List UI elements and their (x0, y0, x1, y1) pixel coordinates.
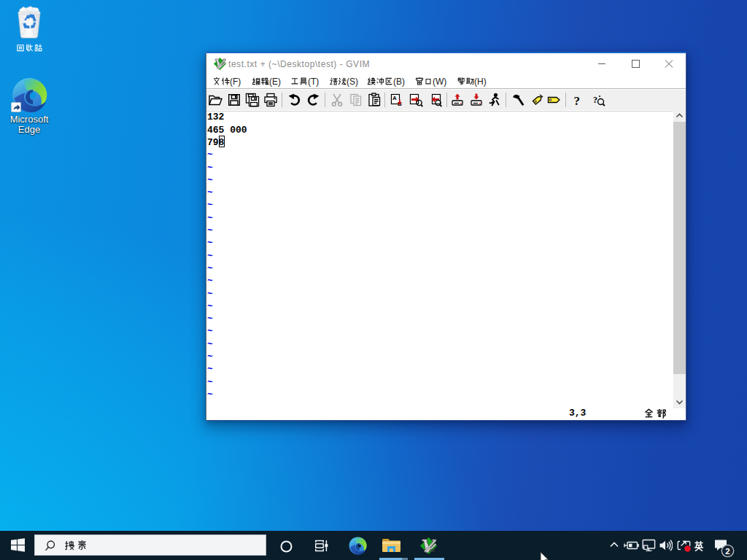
svg-text:im: im (429, 548, 435, 553)
svg-text:?: ? (593, 94, 597, 104)
svg-text:?: ? (574, 93, 581, 107)
svg-text:A: A (392, 94, 397, 101)
svg-text:2: 2 (725, 547, 729, 556)
